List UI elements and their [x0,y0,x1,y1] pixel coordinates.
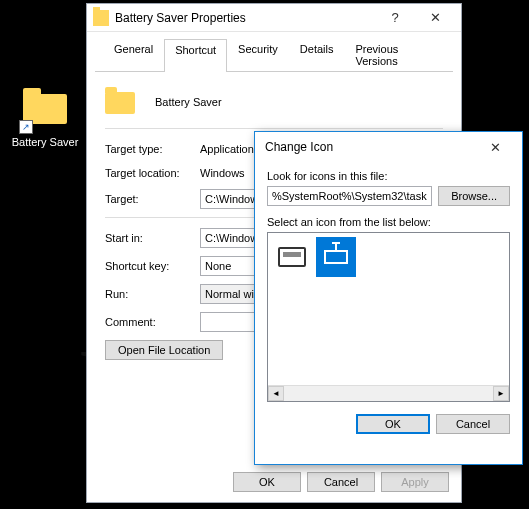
target-type-label: Target type: [105,143,200,155]
scroll-left-icon[interactable]: ◄ [268,386,284,401]
icon-list[interactable]: ◄ ► [267,232,510,402]
tab-previous-versions[interactable]: Previous Versions [344,38,445,71]
tab-shortcut[interactable]: Shortcut [164,39,227,72]
tabstrip: General Shortcut Security Details Previo… [95,32,453,72]
target-location-label: Target location: [105,167,200,179]
ok-button[interactable]: OK [233,472,301,492]
ok-button[interactable]: OK [356,414,430,434]
folder-icon: ↗ [21,84,69,132]
icon-option-tablet[interactable] [272,237,312,277]
battery-plug-icon [324,250,348,264]
open-file-location-button[interactable]: Open File Location [105,340,223,360]
close-button[interactable]: ✕ [415,5,455,31]
browse-button[interactable]: Browse... [438,186,510,206]
icon-option-battery-plug[interactable] [316,237,356,277]
tab-security[interactable]: Security [227,38,289,71]
scroll-right-icon[interactable]: ► [493,386,509,401]
icon-file-input[interactable] [267,186,432,206]
select-label: Select an icon from the list below: [267,216,510,228]
cancel-button[interactable]: Cancel [436,414,510,434]
titlebar[interactable]: Battery Saver Properties ? ✕ [87,4,461,32]
shortcut-name: Battery Saver [155,96,222,108]
run-label: Run: [105,288,200,300]
close-button[interactable]: ✕ [478,134,512,160]
change-icon-dialog: Change Icon ✕ Look for icons in this fil… [254,131,523,465]
window-title: Battery Saver Properties [115,11,246,25]
startin-label: Start in: [105,232,200,244]
cancel-button[interactable]: Cancel [307,472,375,492]
help-button[interactable]: ? [375,5,415,31]
tab-details[interactable]: Details [289,38,345,71]
shortcut-arrow-icon: ↗ [19,120,33,134]
tablet-icon [278,247,306,267]
titlebar[interactable]: Change Icon ✕ [255,132,522,162]
tab-general[interactable]: General [103,38,164,71]
apply-button[interactable]: Apply [381,472,449,492]
shortcutkey-label: Shortcut key: [105,260,200,272]
comment-label: Comment: [105,316,200,328]
desktop-shortcut[interactable]: ↗ Battery Saver [8,84,82,148]
desktop-shortcut-label: Battery Saver [8,136,82,148]
folder-icon [105,86,137,118]
lookfor-label: Look for icons in this file: [267,170,510,182]
window-icon [93,10,109,26]
target-label: Target: [105,193,200,205]
horizontal-scrollbar[interactable]: ◄ ► [268,385,509,401]
dialog-title: Change Icon [265,140,333,154]
